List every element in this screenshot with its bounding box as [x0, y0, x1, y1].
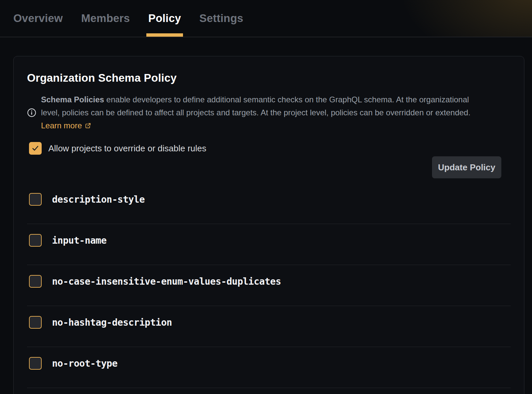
tab-settings[interactable]: Settings [199, 0, 243, 37]
actions-row: Update Policy [27, 156, 511, 178]
tab-members-label: Members [81, 12, 130, 25]
rule-checkbox[interactable] [29, 357, 42, 370]
allow-override-row[interactable]: Allow projects to override or disable ru… [27, 142, 206, 155]
external-link-icon [85, 122, 91, 129]
policy-description-text: Schema Policies enable developers to def… [41, 93, 484, 132]
rule-name: description-style [52, 194, 145, 205]
rule-row-input-name: input-name [27, 224, 511, 265]
policy-description: Schema Policies enable developers to def… [27, 93, 511, 132]
rule-checkbox[interactable] [29, 275, 42, 288]
tab-policy-label: Policy [148, 12, 181, 25]
tab-overview-label: Overview [13, 12, 63, 25]
rule-row-no-case-insensitive-enum-values-duplicates: no-case-insensitive-enum-values-duplicat… [27, 265, 511, 306]
description-lead: Schema Policies [41, 95, 104, 104]
allow-override-checkbox[interactable] [29, 142, 42, 155]
rule-name: no-root-type [52, 358, 117, 369]
tab-overview[interactable]: Overview [13, 0, 63, 37]
policy-page: Organization Schema Policy Schema Polici… [0, 56, 532, 394]
tab-members[interactable]: Members [81, 0, 130, 37]
rule-row-description-style: description-style [27, 183, 511, 224]
rule-checkbox[interactable] [29, 193, 42, 206]
allow-override-label: Allow projects to override or disable ru… [48, 143, 206, 154]
description-body: enable developers to define additional s… [41, 95, 470, 117]
tab-policy[interactable]: Policy [148, 0, 181, 37]
org-tab-bar: Overview Members Policy Settings [0, 0, 532, 37]
rules-list: description-style input-name no-case-ins… [27, 183, 511, 388]
info-circle-icon [27, 108, 36, 117]
learn-more-link[interactable]: Learn more [41, 121, 82, 130]
rule-row-no-root-type: no-root-type [27, 347, 511, 388]
page-title: Organization Schema Policy [27, 72, 511, 84]
update-policy-button[interactable]: Update Policy [432, 156, 501, 178]
tab-settings-label: Settings [199, 12, 243, 25]
rule-row-no-hashtag-description: no-hashtag-description [27, 306, 511, 347]
rule-checkbox[interactable] [29, 234, 42, 247]
organization-schema-policy-card: Organization Schema Policy Schema Polici… [13, 56, 524, 394]
rule-name: no-case-insensitive-enum-values-duplicat… [52, 276, 281, 287]
rule-name: no-hashtag-description [52, 317, 172, 328]
rule-checkbox[interactable] [29, 316, 42, 329]
active-tab-indicator [146, 33, 183, 37]
rule-name: input-name [52, 235, 107, 246]
checkmark-icon [31, 144, 39, 152]
